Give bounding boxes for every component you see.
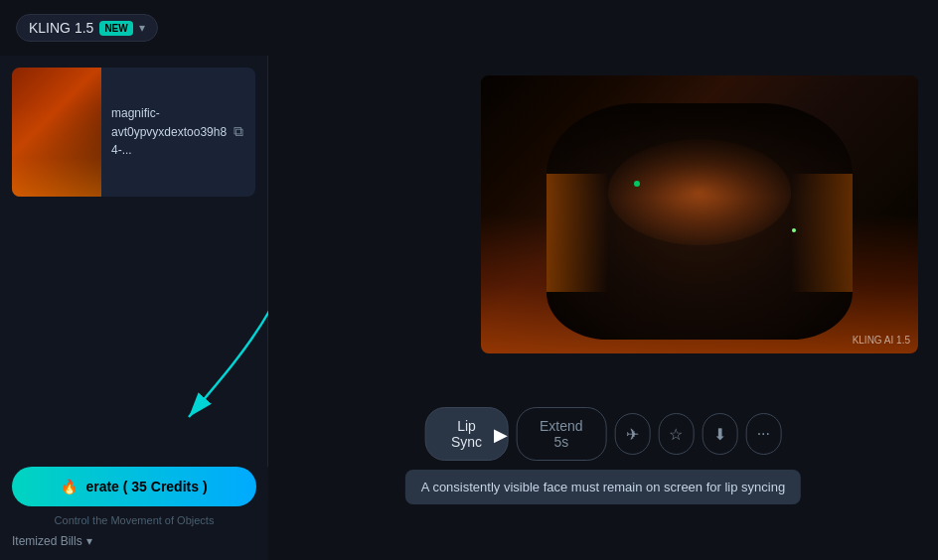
action-bar: Lip Sync Extend 5s ✈ ☆ ⬇ ··· (425, 407, 782, 461)
send-button[interactable]: ✈ (614, 413, 650, 455)
video-watermark: KLING AI 1.5 (853, 335, 910, 346)
file-card[interactable]: magnific- avt0ypvyxdextoo39h8 ⧉ 4-... (12, 68, 255, 197)
control-hint: Control the Movement of Objects (0, 514, 268, 526)
main-content: KLING AI 1.5 Lip Sync Extend 5s ✈ ☆ ⬇ ··… (268, 56, 938, 560)
download-icon: ⬇ (713, 425, 726, 444)
version-label: KLING 1.5 (29, 20, 93, 36)
file-thumbnail (12, 68, 101, 197)
itemized-bills[interactable]: Itemized Bills ▾ (0, 530, 268, 560)
version-selector[interactable]: KLING 1.5 NEW ▾ (16, 14, 158, 42)
tooltip: A consistently visible face must remain … (405, 470, 801, 504)
new-badge: NEW (99, 21, 132, 36)
file-name: magnific- avt0ypvyxdextoo39h8 ⧉ 4-... (111, 105, 243, 158)
fire-icon: 🔥 (61, 479, 78, 494)
particle-dot (792, 228, 796, 232)
lip-sync-button[interactable]: Lip Sync (425, 407, 509, 461)
extend-button[interactable]: Extend 5s (516, 407, 606, 461)
star-icon: ☆ (669, 425, 683, 444)
generate-button[interactable]: 🔥 erate ( 35 Credits ) (12, 467, 256, 506)
star-button[interactable]: ☆ (658, 413, 694, 455)
video-frame: KLING AI 1.5 (481, 75, 918, 353)
left-panel: magnific- avt0ypvyxdextoo39h8 ⧉ 4-... 🔥 … (0, 56, 268, 560)
send-icon: ✈ (626, 425, 639, 444)
download-button[interactable]: ⬇ (702, 413, 737, 455)
chevron-down-icon: ▾ (139, 21, 145, 35)
fire-effect (12, 68, 101, 197)
header: KLING 1.5 NEW ▾ (0, 0, 938, 56)
file-info: magnific- avt0ypvyxdextoo39h8 ⧉ 4-... (101, 68, 253, 197)
more-button[interactable]: ··· (745, 413, 781, 455)
copy-icon[interactable]: ⧉ (234, 123, 243, 139)
video-container: KLING AI 1.5 (481, 75, 918, 353)
more-icon: ··· (757, 425, 770, 443)
bottom-controls: 🔥 erate ( 35 Credits ) Control the Movem… (0, 467, 268, 560)
chevron-down-icon: ▾ (86, 534, 92, 548)
